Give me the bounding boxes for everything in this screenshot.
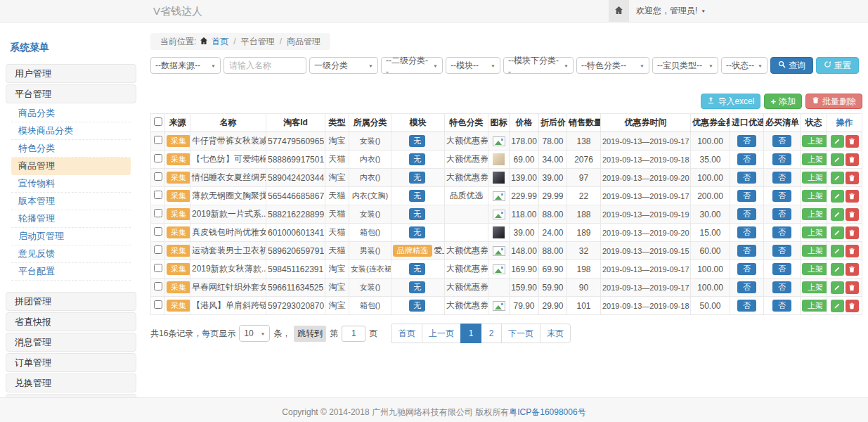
filter-select-source[interactable]: --数据来源-- ▼ bbox=[150, 57, 221, 74]
must-buy-toggle-badge[interactable]: 否 bbox=[772, 208, 791, 220]
status-badge[interactable]: 上架 bbox=[802, 135, 827, 147]
status-badge[interactable]: 上架 bbox=[802, 208, 827, 220]
row-checkbox[interactable] bbox=[154, 264, 162, 272]
import-toggle-badge[interactable]: 否 bbox=[737, 300, 756, 312]
pager-button[interactable]: 末页 bbox=[540, 324, 571, 343]
row-checkbox[interactable] bbox=[154, 209, 162, 217]
pager-button[interactable]: 2 bbox=[481, 324, 502, 343]
pager-button[interactable]: 上一页 bbox=[422, 324, 461, 343]
pager-button[interactable]: 下一页 bbox=[501, 324, 540, 343]
delete-button[interactable] bbox=[846, 153, 859, 166]
edit-button[interactable] bbox=[831, 226, 844, 239]
sidebar-group-item[interactable]: 平台管理 bbox=[6, 84, 136, 103]
must-buy-toggle-badge[interactable]: 否 bbox=[772, 226, 791, 238]
edit-button[interactable] bbox=[831, 263, 844, 276]
must-buy-toggle-badge[interactable]: 否 bbox=[772, 263, 791, 275]
name-search-input[interactable] bbox=[224, 57, 306, 74]
row-checkbox[interactable] bbox=[154, 136, 162, 144]
must-buy-toggle-badge[interactable]: 否 bbox=[772, 300, 791, 312]
sidebar-sub-item[interactable]: 启动页管理 bbox=[11, 228, 131, 245]
delete-button[interactable] bbox=[846, 281, 859, 294]
icp-link[interactable]: 粤ICP备16098006号 bbox=[509, 407, 585, 417]
sidebar-group-item[interactable]: 用户管理 bbox=[6, 64, 136, 83]
reset-button[interactable]: 重置 bbox=[816, 57, 859, 74]
add-button[interactable]: + 添加 bbox=[764, 94, 802, 109]
import-toggle-badge[interactable]: 否 bbox=[737, 153, 756, 165]
delete-button[interactable] bbox=[846, 300, 859, 312]
delete-button[interactable] bbox=[846, 190, 859, 203]
delete-button[interactable] bbox=[846, 172, 859, 184]
filter-select[interactable]: 一级分类 ▼ bbox=[309, 57, 378, 74]
edit-button[interactable] bbox=[831, 153, 844, 166]
sidebar-group-item[interactable]: 省直快报 bbox=[6, 312, 136, 331]
row-checkbox[interactable] bbox=[154, 245, 162, 254]
jump-button[interactable]: 跳转到 bbox=[294, 326, 326, 342]
filter-select[interactable]: --宝贝类型-- ▼ bbox=[652, 57, 718, 74]
import-toggle-badge[interactable]: 否 bbox=[737, 263, 756, 275]
row-checkbox[interactable] bbox=[154, 154, 162, 162]
sidebar-sub-item[interactable]: 轮播管理 bbox=[11, 210, 131, 228]
edit-button[interactable] bbox=[831, 208, 844, 221]
filter-select[interactable]: --状态-- ▼ bbox=[721, 57, 767, 74]
edit-button[interactable] bbox=[831, 281, 844, 294]
sidebar-sub-item[interactable]: 商品管理 bbox=[11, 158, 131, 175]
row-checkbox[interactable] bbox=[154, 282, 162, 290]
import-toggle-badge[interactable]: 否 bbox=[737, 281, 756, 293]
import-toggle-badge[interactable]: 否 bbox=[737, 245, 756, 257]
status-badge[interactable]: 上架 bbox=[802, 300, 827, 312]
sidebar-sub-item[interactable]: 版本管理 bbox=[11, 193, 131, 210]
import-toggle-badge[interactable]: 否 bbox=[737, 208, 756, 220]
must-buy-toggle-badge[interactable]: 否 bbox=[772, 135, 791, 147]
sidebar-group-item[interactable]: 订单管理 bbox=[6, 353, 136, 372]
user-menu[interactable]: 欢迎您，管理员! ▼ bbox=[636, 0, 706, 22]
sidebar-sub-item[interactable]: 宣传物料 bbox=[11, 175, 131, 193]
delete-button[interactable] bbox=[846, 226, 859, 239]
must-buy-toggle-badge[interactable]: 否 bbox=[772, 190, 791, 202]
filter-select[interactable]: --二级分类-- ▼ bbox=[381, 57, 443, 74]
status-badge[interactable]: 上架 bbox=[802, 226, 827, 238]
edit-button[interactable] bbox=[831, 135, 844, 148]
row-checkbox[interactable] bbox=[154, 300, 162, 309]
import-toggle-badge[interactable]: 否 bbox=[737, 190, 756, 202]
sidebar-sub-item[interactable]: 平台配置 bbox=[11, 263, 131, 281]
status-badge[interactable]: 上架 bbox=[802, 190, 827, 202]
sidebar-group-item[interactable]: 拼团管理 bbox=[6, 292, 136, 311]
status-badge[interactable]: 上架 bbox=[802, 245, 827, 257]
sidebar-group-item[interactable]: 兑换管理 bbox=[6, 373, 136, 392]
sidebar-group-item[interactable]: 消息管理 bbox=[6, 333, 136, 352]
edit-button[interactable] bbox=[831, 245, 844, 257]
filter-select[interactable]: --模块下分类-- ▼ bbox=[503, 57, 574, 74]
filter-select[interactable]: --模块-- ▼ bbox=[446, 57, 500, 74]
import-toggle-badge[interactable]: 否 bbox=[737, 226, 756, 238]
batch-delete-button[interactable]: 批量删除 bbox=[805, 94, 862, 109]
edit-button[interactable] bbox=[831, 172, 844, 184]
status-badge[interactable]: 上架 bbox=[802, 281, 827, 293]
home-button[interactable] bbox=[609, 0, 629, 22]
breadcrumb-home-link[interactable]: 首页 bbox=[212, 36, 228, 48]
sidebar-sub-item[interactable]: 模块商品分类 bbox=[11, 122, 131, 140]
import-excel-button[interactable]: 导入excel bbox=[701, 94, 760, 109]
must-buy-toggle-badge[interactable]: 否 bbox=[772, 153, 791, 165]
must-buy-toggle-badge[interactable]: 否 bbox=[772, 172, 791, 184]
import-toggle-badge[interactable]: 否 bbox=[737, 172, 756, 184]
must-buy-toggle-badge[interactable]: 否 bbox=[772, 245, 791, 257]
status-badge[interactable]: 上架 bbox=[802, 263, 827, 275]
search-button[interactable]: 查询 bbox=[770, 57, 813, 74]
delete-button[interactable] bbox=[846, 135, 859, 148]
sidebar-sub-item[interactable]: 特色分类 bbox=[11, 140, 131, 158]
filter-select[interactable]: --特色分类-- ▼ bbox=[576, 57, 649, 74]
row-checkbox[interactable] bbox=[154, 172, 162, 181]
select-all-checkbox[interactable] bbox=[154, 117, 162, 126]
row-checkbox[interactable] bbox=[154, 191, 162, 199]
sidebar-sub-item[interactable]: 商品分类 bbox=[11, 105, 131, 122]
status-badge[interactable]: 上架 bbox=[802, 153, 827, 165]
row-checkbox[interactable] bbox=[154, 227, 162, 236]
import-toggle-badge[interactable]: 否 bbox=[737, 135, 756, 147]
pager-button[interactable]: 1 bbox=[460, 324, 481, 343]
edit-button[interactable] bbox=[831, 300, 844, 312]
edit-button[interactable] bbox=[831, 190, 844, 203]
page-number-input[interactable] bbox=[342, 326, 365, 342]
sidebar-sub-item[interactable]: 意见反馈 bbox=[11, 245, 131, 263]
pager-button[interactable]: 首页 bbox=[391, 324, 422, 343]
must-buy-toggle-badge[interactable]: 否 bbox=[772, 281, 791, 293]
